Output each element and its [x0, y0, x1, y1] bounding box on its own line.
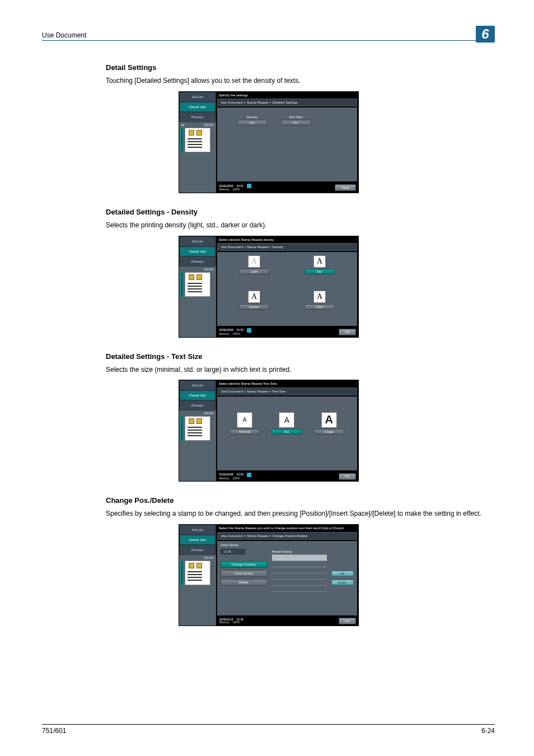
footer-right: 6-24 — [481, 727, 495, 735]
footer-time: 15:55 — [237, 329, 244, 332]
page-thumbnail — [185, 561, 210, 585]
stamp-list-row[interactable] — [272, 573, 327, 580]
body-text: Touching [Detailed Settings] allows you … — [106, 76, 495, 86]
paper-size: A4 — [181, 123, 185, 127]
instruction-text: Select desired Stamp Repeat Text Size. — [216, 380, 358, 388]
memory-icon — [247, 328, 251, 333]
body-text: Specifies by selecting a stamp to be cha… — [106, 509, 495, 519]
preview-tab[interactable]: Preview — [180, 113, 215, 122]
thumb-marker — [180, 561, 184, 585]
section-title-textsize: Detailed Settings - Text Size — [106, 352, 495, 361]
section-title-density: Detailed Settings - Density — [106, 208, 495, 216]
zoom-ratio: 100.0% — [204, 268, 214, 271]
page-thumbnail — [185, 416, 210, 441]
path-crumb: Use Document > Stamp Repeat > Density — [217, 243, 357, 251]
footer-time: 15:55 — [237, 473, 244, 477]
used-space-label: Used Space — [221, 543, 268, 547]
check-job-tab[interactable]: Check Job — [180, 102, 215, 111]
stamp-list-row[interactable] — [272, 555, 327, 561]
insert-space-button[interactable]: Insert Space — [221, 570, 268, 577]
density-option-darker[interactable]: Darker — [239, 304, 269, 310]
footer-date: 02/06/2008 — [219, 185, 233, 188]
path-crumb: Use Document > Stamp Repeat > Change Pos… — [217, 532, 357, 540]
density-label: Density — [246, 115, 257, 119]
density-swatch-std: A — [313, 255, 326, 268]
footer-date: 02/06/2008 — [219, 473, 233, 477]
body-text: Selects the size (minimal, std. or large… — [106, 365, 495, 375]
body-text: Selects the printing density (light, std… — [106, 221, 495, 230]
density-option-dark[interactable]: Dark — [305, 304, 335, 310]
density-swatch-dark: A — [313, 291, 326, 303]
density-swatch-light: A — [248, 255, 260, 268]
job-list-tab[interactable]: Job List — [180, 92, 215, 101]
textsize-option-large[interactable]: Large — [314, 429, 344, 435]
down-button[interactable]: Down — [331, 580, 354, 585]
ok-button[interactable]: OK — [339, 329, 356, 335]
memory-label: Memory — [219, 333, 229, 336]
preview-tab[interactable]: Preview — [180, 257, 215, 266]
memory-pct: 100% — [233, 477, 240, 480]
path-crumb: Use Document > Stamp Repeat > Text Size — [217, 388, 357, 395]
memory-icon — [247, 184, 251, 188]
instruction-text: Select desired Stamp Repeat density. — [216, 236, 358, 244]
zoom-ratio: 100.0% — [204, 412, 214, 415]
zoom-ratio: 100.0% — [204, 123, 214, 127]
preset-stamp-header: Preset Stamp — [272, 550, 327, 555]
textsize-swatch-std: A — [279, 412, 294, 428]
thumb-marker — [180, 272, 184, 297]
instruction-text: Select the Stamp Repeat you wish to chan… — [216, 525, 358, 532]
thumb-marker — [180, 128, 184, 152]
up-button[interactable]: Up — [331, 571, 354, 576]
footer-left: 751/601 — [42, 727, 66, 735]
chapter-badge: 6 — [476, 26, 495, 43]
page-thumbnail — [185, 128, 210, 152]
breadcrumb: Use Document — [42, 31, 86, 39]
textsize-swatch-minimal: A — [237, 412, 252, 428]
section-title-detail-settings: Detail Settings — [106, 63, 495, 72]
preview-tab[interactable]: Preview — [180, 401, 215, 410]
close-button[interactable]: Close — [335, 184, 355, 191]
textsize-label: Text Size — [289, 115, 302, 119]
density-swatch-darker: A — [248, 291, 260, 303]
memory-pct: 100% — [233, 621, 240, 624]
job-list-tab[interactable]: Job List — [180, 237, 215, 246]
page-thumbnail — [185, 272, 210, 297]
preview-tab[interactable]: Preview — [180, 545, 215, 554]
delete-button[interactable]: Delete — [221, 579, 268, 586]
screenshot-detail-settings: Job List Check Job Preview A4 100.0% — [179, 91, 359, 193]
memory-label: Memory — [219, 621, 229, 624]
stamp-list-row[interactable] — [272, 580, 327, 586]
density-option-light[interactable]: Light — [239, 269, 269, 274]
stamp-list-row[interactable] — [272, 561, 327, 567]
check-job-tab[interactable]: Check Job — [180, 535, 215, 544]
ok-button[interactable]: OK — [339, 618, 356, 624]
stamp-list-row[interactable] — [272, 586, 327, 592]
textsize-option-std[interactable]: Std. — [271, 429, 302, 435]
ok-button[interactable]: OK — [339, 473, 356, 480]
thumb-marker — [180, 416, 184, 441]
change-position-button[interactable]: Change Position — [221, 561, 268, 568]
job-list-tab[interactable]: Job List — [180, 525, 215, 534]
textsize-swatch-large: A — [321, 412, 337, 428]
textsize-option-minimal[interactable]: Minimal — [229, 429, 260, 435]
memory-pct: 100% — [233, 188, 240, 192]
screenshot-textsize: Job List Check Job Preview 100.0% — [179, 380, 359, 482]
section-title-change-pos: Change Pos./Delete — [106, 496, 495, 505]
stamp-list-row[interactable] — [272, 567, 327, 573]
footer-time: 15:51 — [237, 185, 244, 188]
textsize-value-button[interactable]: Std. — [281, 120, 311, 125]
path-crumb: Use Document > Stamp Repeat > Detailed S… — [217, 99, 357, 106]
memory-icon — [247, 473, 251, 477]
density-value-button[interactable]: Std. — [237, 120, 268, 125]
memory-label: Memory — [219, 477, 229, 480]
memory-pct: 100% — [233, 333, 240, 336]
footer-date: 02/06/2008 — [219, 329, 233, 332]
job-list-tab[interactable]: Job List — [180, 381, 215, 390]
used-space-count: 1 / 8 — [221, 549, 245, 554]
check-job-tab[interactable]: Check Job — [180, 391, 215, 400]
memory-label: Memory — [219, 188, 229, 192]
check-job-tab[interactable]: Check Job — [180, 247, 215, 256]
instruction-text: Specify the settings. — [216, 92, 358, 99]
screenshot-density: Job List Check Job Preview 100.0% — [179, 236, 359, 338]
density-option-std[interactable]: Std. — [305, 269, 335, 274]
